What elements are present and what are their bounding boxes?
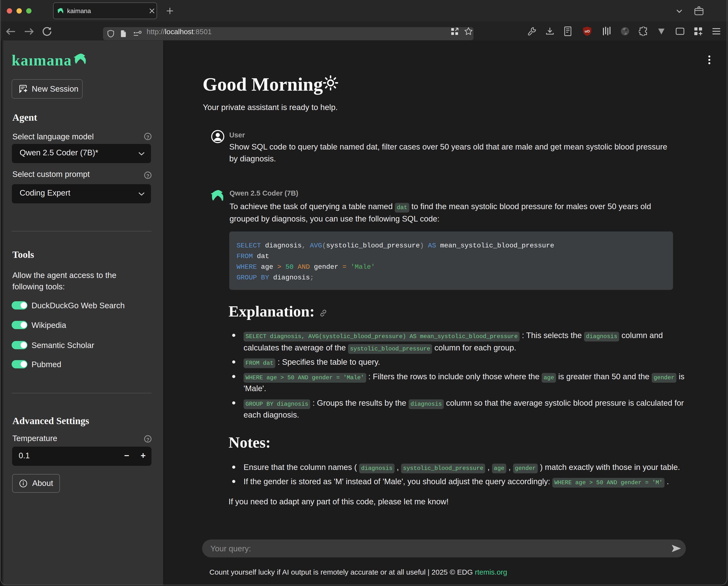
svg-text:uO: uO	[585, 29, 590, 33]
